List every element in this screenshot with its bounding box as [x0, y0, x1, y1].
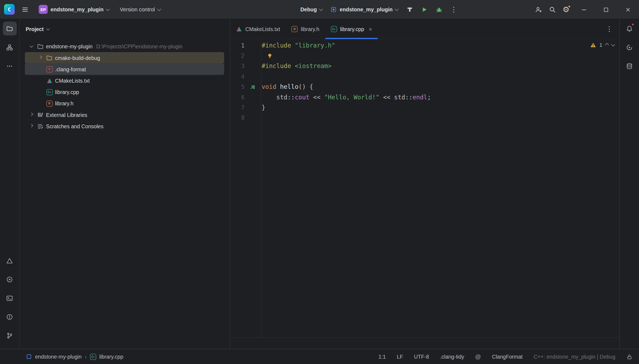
structure-toolwindow-button[interactable]: [3, 40, 16, 54]
code-with-me-button[interactable]: [531, 3, 545, 16]
code-line-7[interactable]: 7}: [230, 102, 620, 113]
tree-item-endstone-my-plugin[interactable]: endstone-my-pluginD:\Projects\CPP\endsto…: [25, 41, 224, 52]
line-number[interactable]: 7: [230, 104, 245, 111]
ai-assistant-button[interactable]: [623, 40, 636, 54]
line-number[interactable]: 4: [230, 73, 245, 80]
tab-options-button[interactable]: ⋮: [602, 22, 616, 36]
debug-button[interactable]: [432, 3, 446, 16]
line-number[interactable]: 3: [230, 63, 245, 69]
settings-button[interactable]: ⚙: [559, 3, 573, 16]
maximize-button[interactable]: [595, 0, 617, 19]
code-line-1[interactable]: 1#include "library.h": [230, 40, 620, 50]
more-toolwindows-button[interactable]: [3, 59, 16, 73]
cmake-file-icon: [236, 26, 242, 32]
breadcrumb-file[interactable]: library.cpp: [99, 353, 123, 360]
problems-toolwindow-button[interactable]: [3, 310, 16, 323]
code-token: () {: [298, 83, 313, 90]
more-actions-button[interactable]: ⋮: [447, 3, 461, 16]
code-token: <<: [380, 93, 394, 101]
chevron-right-icon[interactable]: [27, 110, 36, 119]
resolve-context[interactable]: C++: endstone_my_plugin | Debug: [534, 353, 615, 360]
chevron-right-icon[interactable]: [27, 122, 36, 131]
services-toolwindow-button[interactable]: [3, 272, 16, 286]
tree-item-clang-format[interactable]: Y.clang-format: [25, 63, 224, 75]
run-mode-selector[interactable]: Debug: [297, 3, 326, 16]
notifications-button[interactable]: [623, 22, 636, 35]
kebab-icon: ⋮: [606, 25, 613, 32]
minimize-button[interactable]: [573, 0, 595, 19]
file-encoding[interactable]: UTF-8: [414, 353, 429, 360]
chevron-right-icon[interactable]: [36, 53, 45, 62]
vcs-widget[interactable]: Version control: [116, 2, 164, 16]
problems-icon: [6, 313, 13, 320]
code-token: endl: [412, 93, 427, 101]
code-token: <<: [309, 93, 324, 101]
editor-tab-library-cpp[interactable]: C+library.cpp×: [325, 19, 378, 39]
project-widget[interactable]: EP endstone_my_plugin: [35, 2, 113, 16]
tab-close-icon[interactable]: ×: [369, 26, 372, 32]
status-bar: endstone-my-plugin › C+ library.cpp 1:1 …: [0, 349, 639, 364]
terminal-toolwindow-button[interactable]: [3, 291, 16, 305]
tree-item-scratches-and-consoles[interactable]: Scratches and Consoles: [25, 120, 224, 132]
line-number[interactable]: 1: [230, 42, 245, 49]
header-file-icon: H: [291, 26, 298, 32]
breadcrumbs: endstone-my-plugin › C+ library.cpp: [26, 353, 123, 360]
code-line-text: }: [261, 104, 265, 111]
run-config-selector[interactable]: endstone_my_plugin: [327, 3, 402, 16]
inspections-widget[interactable]: 1: [590, 42, 614, 48]
line-number[interactable]: 5: [230, 83, 245, 90]
code-line-6[interactable]: 6 std::cout << "Hello, World!" << std::e…: [230, 92, 620, 102]
build-button[interactable]: [403, 3, 417, 16]
lock-icon[interactable]: [626, 353, 633, 360]
tree-item-cmakelists-txt[interactable]: CMakeLists.txt: [25, 75, 224, 86]
clion-logo-letter: C: [8, 6, 11, 12]
previous-problem-button[interactable]: [605, 43, 609, 47]
line-separator[interactable]: LF: [397, 353, 403, 360]
clion-logo-icon[interactable]: C: [4, 4, 15, 15]
code-line-4[interactable]: 4: [230, 71, 620, 82]
project-window-icon: [26, 354, 32, 359]
debug-bug-icon: [436, 6, 443, 13]
inspections-profile-icon[interactable]: @: [475, 353, 481, 360]
close-icon: [625, 6, 631, 13]
clang-tidy-status[interactable]: .clang-tidy: [440, 353, 464, 360]
search-everywhere-button[interactable]: [545, 3, 559, 16]
notification-dot: [631, 23, 634, 26]
version-control-toolwindow-button[interactable]: [3, 329, 16, 342]
folder-icon: [36, 42, 45, 51]
folder-icon: [6, 25, 13, 32]
code-line-2[interactable]: 2: [230, 51, 620, 61]
tree-item-library-cpp[interactable]: C+library.cpp: [25, 86, 224, 98]
tree-item-library-h[interactable]: Hlibrary.h: [25, 98, 224, 109]
tree-item-cmake-build-debug[interactable]: cmake-build-debug: [25, 52, 224, 63]
intention-bulb-icon[interactable]: [267, 53, 273, 59]
run-button[interactable]: [418, 3, 431, 16]
editor-tab-library-h[interactable]: Hlibrary.h: [286, 19, 325, 39]
minimize-icon: [581, 6, 587, 13]
code-token: void: [262, 83, 280, 90]
close-button[interactable]: [617, 0, 639, 19]
caret-position[interactable]: 1:1: [378, 353, 386, 360]
editor-tabs: CMakeLists.txtHlibrary.hC+library.cpp×: [230, 19, 378, 39]
goto-declaration-gutter-icon[interactable]: [245, 84, 261, 90]
chevron-down-icon[interactable]: [27, 42, 36, 51]
code-line-8[interactable]: 8: [230, 113, 620, 123]
code-editor[interactable]: 1#include "library.h"23#include <iostrea…: [230, 39, 620, 349]
editor-tab-cmakelists-txt[interactable]: CMakeLists.txt: [230, 19, 286, 39]
line-number[interactable]: 6: [230, 94, 245, 100]
code-line-5[interactable]: 5void hello() {: [230, 82, 620, 92]
next-problem-button[interactable]: [611, 42, 615, 46]
tree-item-external-libraries[interactable]: External Libraries: [25, 109, 224, 120]
line-number[interactable]: 2: [230, 53, 245, 59]
project-toolwindow-button[interactable]: [3, 22, 16, 35]
database-button[interactable]: [623, 59, 636, 73]
formatter-status[interactable]: ClangFormat: [492, 353, 522, 360]
code-line-3[interactable]: 3#include <iostream>: [230, 61, 620, 71]
project-panel-header[interactable]: Project: [19, 19, 230, 39]
titlebar-right-group: ⚙: [531, 0, 639, 19]
cmake-toolwindow-button[interactable]: [3, 254, 16, 267]
line-number[interactable]: 8: [230, 114, 245, 121]
main-menu-button[interactable]: [18, 2, 32, 16]
status-widgets: 1:1 LF UTF-8 .clang-tidy @ ClangFormat C…: [378, 353, 633, 360]
breadcrumb-project[interactable]: endstone-my-plugin: [35, 353, 82, 360]
